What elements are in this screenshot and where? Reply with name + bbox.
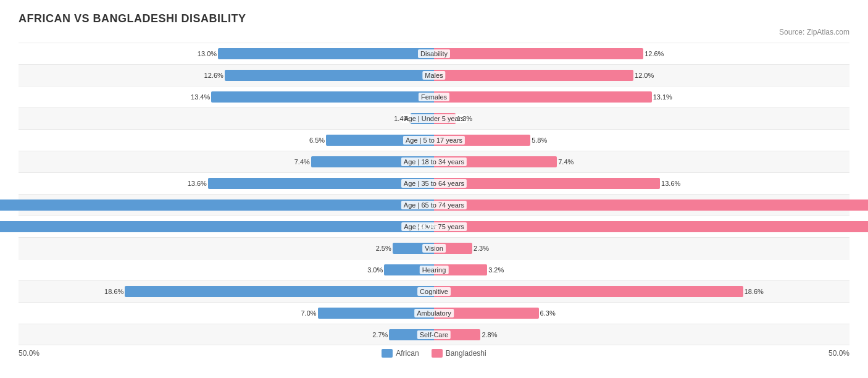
bar-container: Age | 65 to 74 years26.2%26.8% <box>19 198 849 212</box>
bar-container: Females13.4%13.1% <box>19 90 849 104</box>
bar-label: Age | 65 to 74 years <box>401 201 467 209</box>
right-value: 5.8% <box>532 136 547 144</box>
legend: African Bangladeshi <box>382 349 486 358</box>
bangladeshi-bar <box>434 200 868 211</box>
bar-label: Females <box>419 93 449 101</box>
right-value: 7.4% <box>558 158 574 166</box>
bangladeshi-bar <box>434 91 652 103</box>
african-bar <box>0 221 434 232</box>
bar-container: Self-Care2.7%2.8% <box>19 328 849 342</box>
bar-label: Hearing <box>420 266 449 274</box>
table-row: Males12.6%12.0% <box>19 64 849 86</box>
footer-left-label: 50.0% <box>19 349 40 358</box>
table-row: Age | 65 to 74 years26.2%26.8% <box>19 194 849 216</box>
bar-container: Age | Over 75 years48.9%49.4% <box>19 220 849 233</box>
table-row: Females13.4%13.1% <box>19 86 849 107</box>
african-bar <box>218 48 434 59</box>
left-value: 6.5% <box>309 136 325 144</box>
bar-label: Vision <box>422 244 446 253</box>
right-value: 12.6% <box>645 50 664 57</box>
african-color-box <box>382 349 393 358</box>
african-bar <box>208 178 434 189</box>
bar-label: Age | 5 to 17 years <box>403 136 465 145</box>
left-value: 2.7% <box>372 331 388 338</box>
bar-container: Cognitive18.6%18.6% <box>19 285 849 298</box>
african-legend-label: African <box>396 349 419 358</box>
right-value: 13.1% <box>653 93 672 101</box>
left-value: 13.4% <box>191 93 210 101</box>
bangladeshi-color-box <box>432 349 443 358</box>
table-row: Vision2.5%2.3% <box>19 237 849 259</box>
legend-bangladeshi: Bangladeshi <box>432 349 486 358</box>
right-value: 2.8% <box>482 331 497 338</box>
bar-container: Disability13.0%12.6% <box>19 47 849 61</box>
table-row: Hearing3.0%3.2% <box>19 259 849 280</box>
bar-container: Age | 5 to 17 years6.5%5.8% <box>19 133 849 147</box>
table-row: Age | Over 75 years48.9%49.4% <box>19 216 849 237</box>
right-value: 3.2% <box>488 266 504 274</box>
left-value: 18.6% <box>104 288 123 295</box>
bangladeshi-bar <box>434 48 643 59</box>
right-value: 2.3% <box>474 245 489 252</box>
left-value: 13.6% <box>188 180 207 187</box>
chart-title: AFRICAN VS BANGLADESHI DISABILITY <box>19 12 849 25</box>
chart-area: Disability13.0%12.6%Males12.6%12.0%Femal… <box>19 43 849 345</box>
left-value: 2.5% <box>376 245 391 252</box>
source-label: Source: ZipAtlas.com <box>19 28 849 36</box>
left-value: 12.6% <box>204 72 223 79</box>
bar-label: Ambulatory <box>414 309 454 317</box>
table-row: Age | 35 to 64 years13.6%13.6% <box>19 172 849 194</box>
right-value: 18.6% <box>745 288 764 295</box>
bar-container: Age | 35 to 64 years13.6%13.6% <box>19 177 849 190</box>
bar-label: Disability <box>418 49 450 58</box>
bar-label: Age | 35 to 64 years <box>401 179 467 188</box>
right-value: 6.3% <box>540 309 556 317</box>
african-bar <box>225 70 434 81</box>
bar-label: Males <box>422 71 445 80</box>
bar-container: Males12.6%12.0% <box>19 69 849 82</box>
bangladeshi-bar <box>434 221 868 232</box>
table-row: Disability13.0%12.6% <box>19 43 849 64</box>
bar-container: Vision2.5%2.3% <box>19 242 849 255</box>
bar-container: Age | Under 5 years1.4%1.3% <box>19 112 849 125</box>
footer-right-label: 50.0% <box>828 349 849 358</box>
african-bar <box>125 286 434 297</box>
african-bar <box>211 91 434 103</box>
left-value: 7.0% <box>301 309 316 317</box>
african-bar <box>0 200 434 211</box>
left-value: 48.9% <box>419 223 438 230</box>
bangladeshi-legend-label: Bangladeshi <box>446 349 486 358</box>
left-value: 7.4% <box>294 158 310 166</box>
table-row: Age | 5 to 17 years6.5%5.8% <box>19 129 849 151</box>
bar-label: Cognitive <box>417 287 451 296</box>
bar-container: Hearing3.0%3.2% <box>19 263 849 277</box>
bar-label: Self-Care <box>417 330 451 339</box>
bangladeshi-bar <box>434 286 743 297</box>
left-value: 1.4% <box>394 115 409 122</box>
table-row: Age | 18 to 34 years7.4%7.4% <box>19 151 849 172</box>
table-row: Self-Care2.7%2.8% <box>19 324 849 345</box>
legend-african: African <box>382 349 419 358</box>
right-value: 1.3% <box>457 115 472 122</box>
bangladeshi-bar <box>434 70 633 81</box>
left-value: 3.0% <box>367 266 383 274</box>
table-row: Age | Under 5 years1.4%1.3% <box>19 107 849 129</box>
left-value: 13.0% <box>198 50 217 57</box>
bar-label: Age | 18 to 34 years <box>401 158 467 166</box>
bangladeshi-bar <box>434 178 660 189</box>
table-row: Cognitive18.6%18.6% <box>19 280 849 302</box>
table-row: Ambulatory7.0%6.3% <box>19 302 849 324</box>
right-value: 12.0% <box>635 72 654 79</box>
right-value: 13.6% <box>661 180 680 187</box>
bar-container: Age | 18 to 34 years7.4%7.4% <box>19 155 849 169</box>
bar-container: Ambulatory7.0%6.3% <box>19 306 849 320</box>
